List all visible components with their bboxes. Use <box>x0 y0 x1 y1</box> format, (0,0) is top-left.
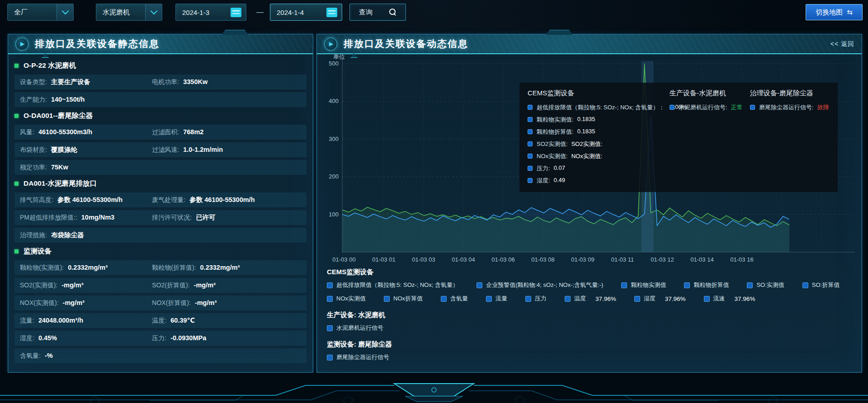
tooltip-column: 治理设备-磨尾除尘器磨尾除尘器运行信号:故障 <box>750 89 835 116</box>
legend-item-0-7[interactable]: NOx折算值 <box>384 295 423 303</box>
green-square-bullet-icon <box>14 182 19 186</box>
legend-item-0-0[interactable]: 超低排放限值（颗拉物:5: SOz-; NOx; 含氧量） <box>327 281 458 289</box>
date-from-value: 2024-1-3 <box>176 9 231 16</box>
legend-item-2-0[interactable]: 磨尾除尘器运行信号 <box>327 353 389 361</box>
legend-item-0-6[interactable]: NOx实测值 <box>327 295 366 303</box>
legend-item-0-5[interactable]: SO:折算值 <box>802 281 840 289</box>
info-cell: 废气处理量:参数 46100-55300m/h <box>152 196 301 204</box>
legend-item-0-1[interactable]: 企业预警值(颗粒物:4; sOz-; NOx-;含氧气量:-) <box>476 281 603 289</box>
svg-text:01-03 01: 01-03 01 <box>372 256 395 263</box>
device-select-dropdown-button[interactable] <box>145 4 162 20</box>
svg-text:01-03 11: 01-03 11 <box>611 256 634 263</box>
info-cell: 过滤风速:1.0-1.2m/min <box>152 146 301 154</box>
info-cell: 排气筒高度:参数 46100-55300m/h <box>20 196 152 204</box>
tooltip-item: 超低排放限值（颗拉物:5: SOz-; NOx; 含氧量）：100% <box>528 103 672 112</box>
blue-square-bullet-icon <box>528 178 533 183</box>
legend-item-0-4[interactable]: SO:实测值 <box>747 281 784 289</box>
plant-select-value: 全厂 <box>8 8 57 17</box>
tooltip-item: 颗粒物折算值:0.1835 <box>528 128 672 136</box>
legend-item-0-12[interactable]: 湿度37.96% <box>634 295 686 303</box>
calendar-icon[interactable] <box>231 8 241 17</box>
info-cell: 电机功率:3350Kw <box>152 78 301 86</box>
date-to-input[interactable]: 2024-1-4 <box>270 4 342 21</box>
plant-select-dropdown-button[interactable] <box>57 4 73 20</box>
svg-text:01-03 06: 01-03 06 <box>491 256 514 263</box>
blue-square-bullet-icon <box>747 282 753 288</box>
chevron-down-icon <box>61 8 69 15</box>
info-row: 生产能力:140~150t/h <box>14 92 307 107</box>
date-from-input[interactable]: 2024-1-3 <box>175 4 246 21</box>
device-select[interactable]: 水泥磨机 <box>96 4 162 21</box>
legend-item-0-10[interactable]: 压力 <box>525 295 547 303</box>
info-row: 治理措施:布袋除尘器 <box>14 228 307 243</box>
legend-item-0-8[interactable]: 含氧量 <box>441 295 468 303</box>
static-info-panel-title: 排放口及关联设备静态信息 <box>35 37 160 50</box>
date-range-separator: — <box>252 4 268 21</box>
tooltip-column: CEMS监测设备超低排放限值（颗拉物:5: SOz-; NOx; 含氧量）：10… <box>528 89 672 189</box>
legend-item-0-13[interactable]: 流速37.96% <box>704 295 755 303</box>
info-row: NOX(实测值):-mg/m³NOX(折算值):-mg/m³ <box>14 295 307 310</box>
blue-square-bullet-icon <box>327 355 333 361</box>
plant-select[interactable]: 全厂 <box>7 4 74 21</box>
svg-text:500: 500 <box>329 60 339 67</box>
blue-square-bullet-icon <box>525 296 531 302</box>
info-row: 含氧量:-% <box>14 348 307 363</box>
blue-square-bullet-icon <box>327 282 333 288</box>
play-circle-icon: ▶ <box>324 37 337 51</box>
legend-item-1-0[interactable]: 水泥磨机运行信号 <box>327 324 383 332</box>
svg-text:300: 300 <box>329 136 339 142</box>
legend-group-items: 水泥磨机运行信号 <box>327 324 853 332</box>
info-row: SO2(实测值):-mg/m³SO2(折算值):-mg/m³ <box>14 278 307 293</box>
info-cell: 含氧量:-% <box>20 352 301 360</box>
info-cell: NOX(折算值):-mg/m³ <box>152 299 301 307</box>
static-info-rows: O-P-22 水泥磨机设备类型:主要生产设备电机功率:3350Kw生产能力:14… <box>8 54 313 369</box>
info-cell: 生产能力:140~150t/h <box>20 96 301 104</box>
info-row: 风量:46100-55300m3/h过滤面积:768m2 <box>14 125 307 140</box>
blue-square-bullet-icon <box>750 105 755 110</box>
info-cell: 温度:60.39℃ <box>152 317 301 325</box>
line-chart[interactable]: 单位10020030040050001-03 0001-03 0101-03 0… <box>321 52 859 264</box>
svg-text:400: 400 <box>329 98 339 104</box>
info-row: 颗粒物(实测值):0.2332mg/m³颗粒物(折算值):0.2332mg/m³ <box>14 260 307 275</box>
blue-square-bullet-icon <box>528 166 533 171</box>
blue-square-bullet-icon <box>327 325 333 331</box>
legend-item-0-9[interactable]: 流量 <box>486 295 507 303</box>
legend-item-0-2[interactable]: 颗粒物实测值 <box>621 281 666 289</box>
legend-group-items: 超低排放限值（颗拉物:5: SOz-; NOx; 含氧量）企业预警值(颗粒物:4… <box>327 281 853 303</box>
switch-map-button[interactable]: 切换地图 ⇆ <box>806 4 863 20</box>
legend-item-0-3[interactable]: 颗粒物折算值 <box>684 281 729 289</box>
info-cell: 湿度:0.45% <box>20 334 152 342</box>
blue-square-bullet-icon <box>528 105 533 110</box>
back-button[interactable]: << 返回 <box>830 40 854 48</box>
info-cell: 颗粒物(折算值):0.2332mg/m³ <box>152 264 301 272</box>
info-cell: 布袋材质:覆膜涤纶 <box>20 145 152 154</box>
svg-text:100: 100 <box>329 211 339 218</box>
chart-legend: CEMS监测设备超低排放限值（颗拉物:5: SOz-; NOx; 含氧量）企业预… <box>327 268 853 370</box>
blue-square-bullet-icon <box>528 129 533 134</box>
tooltip-item: 压力:0.07 <box>528 164 672 173</box>
info-cell: 压力:-0.0930MPa <box>152 334 301 342</box>
tooltip-item: 湿度:0.49 <box>528 177 672 185</box>
static-info-panel-header: ▶ 排放口及关联设备静态信息 <box>8 34 313 54</box>
search-icon <box>389 9 396 16</box>
blue-square-bullet-icon <box>704 296 710 302</box>
query-button[interactable]: 查询 <box>349 4 406 21</box>
device-select-value: 水泥磨机 <box>96 8 145 17</box>
calendar-icon[interactable] <box>326 8 337 17</box>
switch-map-label: 切换地图 <box>816 8 843 17</box>
dashboard-page: { "topbar": { "select_plant": "全厂", "sel… <box>0 0 868 403</box>
blue-square-bullet-icon <box>476 282 482 288</box>
svg-text:01-03 03: 01-03 03 <box>412 256 435 263</box>
chart-tooltip: CEMS监测设备超低排放限值（颗拉物:5: SOz-; NOx; 含氧量）：10… <box>519 83 838 192</box>
blue-square-bullet-icon <box>565 296 571 302</box>
info-cell: 治理措施:布袋除尘器 <box>20 231 301 239</box>
tooltip-item: 水泥磨机运行信号:正常 <box>670 103 749 112</box>
legend-item-0-11[interactable]: 温度37.96% <box>565 295 616 303</box>
info-cell: 排污许可状况:已许可 <box>152 213 301 222</box>
footer-decoration <box>0 373 868 403</box>
info-cell: 流量:24048.000m³/h <box>20 317 152 325</box>
tooltip-column: 生产设备-水泥磨机水泥磨机运行信号:正常 <box>670 89 749 116</box>
section-header: DA001-水泥磨尾排放口 <box>14 178 307 190</box>
tooltip-column-title: CEMS监测设备 <box>528 89 672 98</box>
dynamic-info-panel: ▶ 排放口及关联设备动态信息 << 返回 单位10020030040050001… <box>316 34 862 373</box>
